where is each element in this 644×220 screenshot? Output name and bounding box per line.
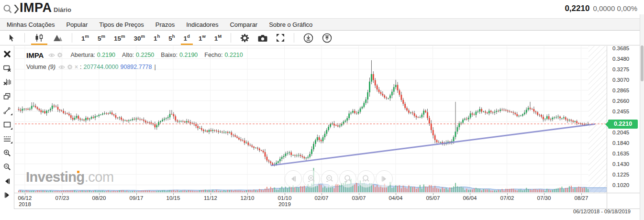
chevron-icon bbox=[13, 4, 19, 14]
toolbar-action-gear[interactable] bbox=[236, 31, 254, 44]
sidebar-tool-pan-left[interactable] bbox=[3, 177, 11, 185]
interval-button-1w[interactable]: 1w bbox=[194, 31, 210, 44]
pan-left-icon bbox=[4, 178, 11, 185]
high-value: 0.2250 bbox=[136, 52, 154, 58]
cursor-tool-button[interactable] bbox=[4, 31, 20, 44]
price-axis[interactable]: 0.36850.34800.32750.30700.28650.26600.24… bbox=[607, 46, 644, 193]
search-icon[interactable] bbox=[3, 4, 12, 14]
sidebar-tool-rectangle-tool[interactable] bbox=[3, 121, 11, 129]
sidebar-tool-fibonacci-tool[interactable] bbox=[3, 135, 11, 143]
interval-button-1d[interactable]: 1d bbox=[179, 31, 194, 44]
submenu-corner-mark bbox=[11, 128, 12, 130]
ohlc-row: IMPA Abertura:0.2190 Alto:0.2250 Baixo:0… bbox=[26, 51, 243, 59]
nav-zoom-in[interactable] bbox=[303, 170, 320, 187]
sidebar-tool-delete[interactable] bbox=[3, 50, 11, 58]
date-tick-label: 07/30 bbox=[537, 195, 551, 201]
date-tick-label: 11/12 bbox=[204, 195, 217, 201]
nav-zoom-reset[interactable] bbox=[357, 170, 375, 187]
date-tick-label: 02/07 bbox=[315, 195, 329, 201]
eye-icon[interactable] bbox=[48, 53, 55, 58]
sidebar-tool-zoom-out[interactable] bbox=[3, 163, 11, 171]
chart-type-button-candlestick[interactable] bbox=[30, 31, 49, 44]
volume-ma-value: 90892.7778 bbox=[120, 64, 152, 70]
camera-icon bbox=[258, 34, 267, 42]
date-tick-label: 03/07 bbox=[352, 195, 366, 201]
menu-item-prazos[interactable]: Prazos bbox=[150, 21, 180, 28]
future-hatch-zone bbox=[588, 46, 607, 193]
price-tick-label: 0.1430 bbox=[612, 161, 629, 167]
price-tick-label: 0.2865 bbox=[612, 87, 629, 94]
menu-item-comparar[interactable]: Comparar bbox=[224, 21, 263, 28]
date-tick-label: 05/07 bbox=[426, 195, 440, 201]
volume-period: (9) bbox=[48, 64, 56, 70]
last-price: 0,2210 bbox=[565, 4, 589, 13]
watermark: Investing.com bbox=[26, 169, 114, 185]
nav-pan-left[interactable] bbox=[285, 170, 302, 187]
volume-end: | bbox=[155, 64, 156, 70]
timeframe-label: Diário bbox=[54, 6, 71, 13]
interval-button-15m[interactable]: 15m bbox=[110, 31, 129, 44]
chart-plot[interactable]: IMPA Abertura:0.2190 Alto:0.2250 Baixo:0… bbox=[15, 46, 607, 193]
sidebar-tool-pan-right[interactable] bbox=[3, 191, 11, 199]
sidebar-tool-zoom-in[interactable] bbox=[3, 149, 11, 157]
price-tick-label: 0.1020 bbox=[612, 182, 629, 188]
toolbar-action-camera[interactable] bbox=[254, 31, 272, 44]
open-value: 0.2190 bbox=[97, 52, 115, 58]
date-tick-label: 07/02 bbox=[500, 195, 514, 201]
fullscreen-icon bbox=[276, 33, 285, 42]
interval-button-1h[interactable]: 1h bbox=[149, 31, 164, 44]
sidebar-tool-eraser[interactable] bbox=[3, 65, 11, 72]
sidebar-tool-layers[interactable] bbox=[3, 93, 11, 100]
price-tick-label: 0.3685 bbox=[612, 45, 629, 52]
pan-right-icon bbox=[4, 192, 11, 198]
low-label: Baixo: bbox=[161, 52, 178, 58]
date-tick-label: 08/20 bbox=[92, 195, 106, 201]
interval-button-5h[interactable]: 5h bbox=[164, 31, 179, 44]
interval-button-30m[interactable]: 30m bbox=[129, 31, 149, 44]
drawing-toolbar bbox=[0, 46, 14, 209]
menu-item-minhas-cotacoes[interactable]: Minhas Cotações bbox=[1, 21, 60, 28]
chart-legend: IMPA Abertura:0.2190 Alto:0.2250 Baixo:0… bbox=[26, 51, 243, 71]
last-price-badge: 0.2210 bbox=[608, 120, 638, 129]
upload-icon bbox=[322, 33, 332, 43]
trading-chart-app: IMPA Diário 0,22100,0000 0,00% Minhas Co… bbox=[0, 0, 644, 220]
close-label: Fecho: bbox=[204, 52, 222, 58]
menu-item-sobre-o-grafico[interactable]: Sobre o Gráfico bbox=[263, 21, 318, 28]
remove-indicators-icon bbox=[3, 78, 11, 86]
interval-button-5m[interactable]: 5m bbox=[93, 31, 110, 44]
menu-item-tipos-de-precos[interactable]: Tipos de Preços bbox=[93, 21, 149, 28]
sidebar-tool-trendline-tool[interactable] bbox=[3, 107, 11, 114]
toolbar-download[interactable] bbox=[299, 31, 318, 44]
nav-pan-right[interactable] bbox=[376, 170, 393, 187]
interval-button-1M[interactable]: 1M bbox=[210, 31, 226, 44]
gear-icon[interactable] bbox=[67, 64, 73, 70]
toolbar-upload[interactable] bbox=[318, 31, 336, 44]
price-tick-label: 0.3070 bbox=[612, 77, 629, 83]
eye-icon[interactable] bbox=[58, 65, 65, 70]
page-scrollbar[interactable] bbox=[640, 14, 644, 220]
chart-type-button-area-chart[interactable] bbox=[49, 31, 67, 44]
price-tick-label: 0.1840 bbox=[612, 140, 629, 146]
zoom-in-icon bbox=[3, 149, 11, 157]
close-icon[interactable]: × bbox=[75, 64, 78, 70]
chart-toolbar: 1m5m15m30m1h5h1d1w1M bbox=[0, 31, 644, 45]
gear-icon[interactable] bbox=[57, 52, 63, 58]
menu-item-indicadores[interactable]: Indicadores bbox=[180, 21, 224, 28]
open-label: Abertura: bbox=[70, 52, 95, 58]
price-tick-label: 0.3275 bbox=[612, 66, 629, 73]
date-tick-label: 09/17 bbox=[130, 195, 144, 201]
toolbar-action-fullscreen[interactable] bbox=[272, 31, 289, 44]
sidebar-tool-remove-indicators[interactable] bbox=[3, 78, 11, 86]
nav-zoom-x[interactable] bbox=[339, 170, 356, 187]
scrollbar-thumb[interactable] bbox=[641, 45, 644, 81]
date-tick-label: 07/23 bbox=[56, 195, 69, 201]
delete-icon bbox=[4, 51, 11, 57]
menu-item-popular[interactable]: Popular bbox=[60, 21, 93, 28]
footer-strip: 06/12/2018 - 09/18/2019 bbox=[0, 209, 644, 220]
area-chart-icon bbox=[53, 34, 63, 42]
date-axis[interactable]: 06/12201807/2308/2009/1710/1511/1212/100… bbox=[0, 193, 607, 209]
symbol-title: IMPA bbox=[20, 0, 52, 15]
date-tick-label: 12/10 bbox=[241, 195, 255, 201]
nav-zoom-out[interactable] bbox=[321, 170, 338, 187]
interval-button-1m[interactable]: 1m bbox=[77, 31, 93, 44]
